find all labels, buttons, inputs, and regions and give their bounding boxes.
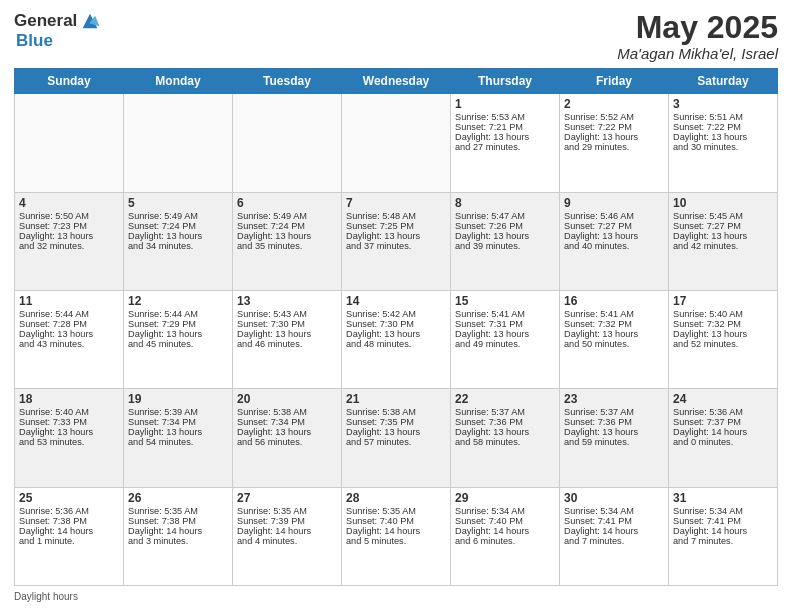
cell-info-line: Sunset: 7:32 PM (564, 319, 664, 329)
cell-info-line: Sunrise: 5:44 AM (19, 309, 119, 319)
cell-info-line: Daylight: 14 hours (455, 526, 555, 536)
cell-info-line: and 48 minutes. (346, 339, 446, 349)
cell-info-line: Sunrise: 5:37 AM (455, 407, 555, 417)
day-number: 25 (19, 491, 119, 505)
cell-info-line: Sunset: 7:40 PM (346, 516, 446, 526)
cell-info-line: Daylight: 13 hours (564, 329, 664, 339)
cell-info-line: Sunset: 7:32 PM (673, 319, 773, 329)
cell-info-line: Sunset: 7:27 PM (564, 221, 664, 231)
cell-info-line: and 42 minutes. (673, 241, 773, 251)
day-number: 9 (564, 196, 664, 210)
calendar-week-row: 1Sunrise: 5:53 AMSunset: 7:21 PMDaylight… (15, 94, 778, 192)
day-number: 8 (455, 196, 555, 210)
cell-info-line: Sunset: 7:31 PM (455, 319, 555, 329)
calendar-table: SundayMondayTuesdayWednesdayThursdayFrid… (14, 68, 778, 586)
calendar-cell: 4Sunrise: 5:50 AMSunset: 7:23 PMDaylight… (15, 192, 124, 290)
cell-info-line: Sunrise: 5:39 AM (128, 407, 228, 417)
cell-info-line: Daylight: 13 hours (237, 231, 337, 241)
cell-info-line: Daylight: 14 hours (128, 526, 228, 536)
cell-info-line: Daylight: 14 hours (346, 526, 446, 536)
cell-info-line: Daylight: 13 hours (564, 427, 664, 437)
cell-info-line: Sunset: 7:41 PM (673, 516, 773, 526)
cell-info-line: Sunrise: 5:34 AM (673, 506, 773, 516)
calendar-cell: 31Sunrise: 5:34 AMSunset: 7:41 PMDayligh… (669, 487, 778, 585)
cell-info-line: Sunrise: 5:42 AM (346, 309, 446, 319)
day-number: 12 (128, 294, 228, 308)
day-of-week-header: Saturday (669, 69, 778, 94)
calendar-cell: 27Sunrise: 5:35 AMSunset: 7:39 PMDayligh… (233, 487, 342, 585)
calendar-week-row: 4Sunrise: 5:50 AMSunset: 7:23 PMDaylight… (15, 192, 778, 290)
cell-info-line: Sunrise: 5:40 AM (19, 407, 119, 417)
cell-info-line: and 52 minutes. (673, 339, 773, 349)
cell-info-line: Daylight: 13 hours (673, 329, 773, 339)
cell-info-line: Sunset: 7:28 PM (19, 319, 119, 329)
cell-info-line: Daylight: 13 hours (346, 329, 446, 339)
day-number: 23 (564, 392, 664, 406)
calendar-cell: 7Sunrise: 5:48 AMSunset: 7:25 PMDaylight… (342, 192, 451, 290)
cell-info-line: Sunset: 7:21 PM (455, 122, 555, 132)
cell-info-line: Sunrise: 5:44 AM (128, 309, 228, 319)
cell-info-line: and 30 minutes. (673, 142, 773, 152)
cell-info-line: Sunrise: 5:46 AM (564, 211, 664, 221)
calendar-cell: 8Sunrise: 5:47 AMSunset: 7:26 PMDaylight… (451, 192, 560, 290)
cell-info-line: and 46 minutes. (237, 339, 337, 349)
day-number: 18 (19, 392, 119, 406)
calendar-cell (233, 94, 342, 192)
calendar-cell: 18Sunrise: 5:40 AMSunset: 7:33 PMDayligh… (15, 389, 124, 487)
calendar-cell: 22Sunrise: 5:37 AMSunset: 7:36 PMDayligh… (451, 389, 560, 487)
cell-info-line: Sunset: 7:27 PM (673, 221, 773, 231)
calendar-cell: 9Sunrise: 5:46 AMSunset: 7:27 PMDaylight… (560, 192, 669, 290)
calendar-week-row: 18Sunrise: 5:40 AMSunset: 7:33 PMDayligh… (15, 389, 778, 487)
cell-info-line: and 7 minutes. (673, 536, 773, 546)
cell-info-line: Sunset: 7:33 PM (19, 417, 119, 427)
cell-info-line: and 58 minutes. (455, 437, 555, 447)
calendar-cell: 12Sunrise: 5:44 AMSunset: 7:29 PMDayligh… (124, 290, 233, 388)
cell-info-line: and 29 minutes. (564, 142, 664, 152)
cell-info-line: and 43 minutes. (19, 339, 119, 349)
logo: General Blue (14, 10, 101, 51)
calendar-cell: 13Sunrise: 5:43 AMSunset: 7:30 PMDayligh… (233, 290, 342, 388)
calendar-cell: 2Sunrise: 5:52 AMSunset: 7:22 PMDaylight… (560, 94, 669, 192)
day-number: 24 (673, 392, 773, 406)
calendar-week-row: 11Sunrise: 5:44 AMSunset: 7:28 PMDayligh… (15, 290, 778, 388)
calendar-cell: 26Sunrise: 5:35 AMSunset: 7:38 PMDayligh… (124, 487, 233, 585)
cell-info-line: Sunset: 7:36 PM (455, 417, 555, 427)
calendar-header-row: SundayMondayTuesdayWednesdayThursdayFrid… (15, 69, 778, 94)
cell-info-line: and 45 minutes. (128, 339, 228, 349)
calendar-cell: 19Sunrise: 5:39 AMSunset: 7:34 PMDayligh… (124, 389, 233, 487)
calendar-cell: 20Sunrise: 5:38 AMSunset: 7:34 PMDayligh… (233, 389, 342, 487)
cell-info-line: Daylight: 14 hours (237, 526, 337, 536)
cell-info-line: Sunset: 7:30 PM (237, 319, 337, 329)
cell-info-line: Sunrise: 5:41 AM (455, 309, 555, 319)
cell-info-line: Daylight: 13 hours (455, 132, 555, 142)
day-number: 5 (128, 196, 228, 210)
cell-info-line: and 6 minutes. (455, 536, 555, 546)
cell-info-line: and 35 minutes. (237, 241, 337, 251)
cell-info-line: Sunrise: 5:47 AM (455, 211, 555, 221)
cell-info-line: and 4 minutes. (237, 536, 337, 546)
cell-info-line: Sunrise: 5:49 AM (128, 211, 228, 221)
cell-info-line: Daylight: 13 hours (673, 132, 773, 142)
footer: Daylight hours (14, 591, 778, 602)
cell-info-line: Sunrise: 5:53 AM (455, 112, 555, 122)
calendar-cell: 11Sunrise: 5:44 AMSunset: 7:28 PMDayligh… (15, 290, 124, 388)
day-number: 30 (564, 491, 664, 505)
day-number: 27 (237, 491, 337, 505)
day-number: 17 (673, 294, 773, 308)
calendar-cell: 15Sunrise: 5:41 AMSunset: 7:31 PMDayligh… (451, 290, 560, 388)
cell-info-line: Daylight: 13 hours (128, 427, 228, 437)
cell-info-line: Daylight: 13 hours (455, 231, 555, 241)
day-number: 6 (237, 196, 337, 210)
day-number: 15 (455, 294, 555, 308)
cell-info-line: Sunrise: 5:35 AM (346, 506, 446, 516)
cell-info-line: Sunrise: 5:36 AM (19, 506, 119, 516)
cell-info-line: Daylight: 13 hours (564, 132, 664, 142)
cell-info-line: Sunset: 7:24 PM (128, 221, 228, 231)
cell-info-line: Sunrise: 5:40 AM (673, 309, 773, 319)
calendar-cell: 5Sunrise: 5:49 AMSunset: 7:24 PMDaylight… (124, 192, 233, 290)
day-number: 31 (673, 491, 773, 505)
logo-general-text: General (14, 12, 77, 31)
cell-info-line: Sunrise: 5:36 AM (673, 407, 773, 417)
cell-info-line: and 53 minutes. (19, 437, 119, 447)
cell-info-line: Sunset: 7:26 PM (455, 221, 555, 231)
